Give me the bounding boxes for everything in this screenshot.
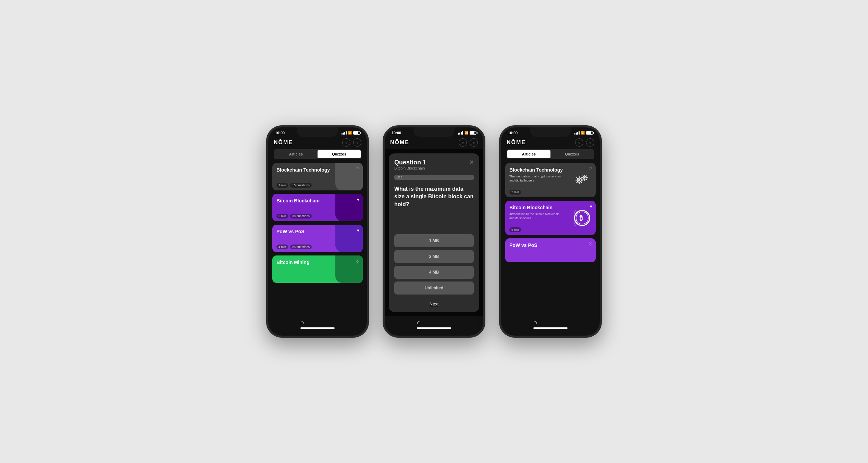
quiz-card-blockchain[interactable]: Blockchain Technology 2 min 15 questions…	[272, 163, 363, 190]
svg-point-1	[578, 179, 580, 181]
quiz-title-bitcoin: Bitcoin Blockchain	[276, 198, 331, 204]
article-time-bitcoin: 5 min	[509, 227, 521, 232]
phone-middle: 10:00 📶 NŌME	[383, 125, 485, 338]
meta-time-3: 4 min	[276, 245, 288, 249]
article-title-bitcoin: Bitcoin Blockchain	[509, 205, 564, 211]
meta-time-2: 5 min	[276, 214, 288, 218]
status-bar-left: 10:00 📶	[268, 127, 367, 136]
svg-text:₿: ₿	[580, 215, 583, 222]
modal-question-number: Question 1	[394, 159, 426, 166]
svg-point-3	[584, 177, 586, 179]
time-left: 10:00	[275, 131, 285, 135]
tab-quizzes-right[interactable]: Quizzes	[550, 150, 594, 158]
status-bar-right: 10:00 📶	[501, 127, 600, 136]
quiz-card-pow[interactable]: PoW vs PoS 4 min 25 questions ♥	[272, 225, 363, 252]
answer-1mb[interactable]: 1 MB	[394, 234, 474, 247]
wifi-icon-mid: 📶	[464, 131, 468, 135]
quiz-modal: Question 1 Bitcoin Blockchain ✕ 1/15 Wha…	[389, 153, 479, 312]
answer-options: 1 MB 2 MB 4 MB Unlimited	[394, 234, 474, 295]
app-logo-mid: NŌME	[390, 139, 409, 146]
article-time-blockchain: 2 min	[509, 190, 521, 195]
wifi-icon: 📶	[348, 131, 352, 135]
status-bar-mid: 10:00 📶	[385, 127, 483, 136]
quiz-meta-bitcoin: 5 min 30 questions	[276, 214, 331, 218]
app-header-mid: NŌME ○ ○	[385, 136, 483, 149]
tab-articles-right[interactable]: Articles	[507, 150, 550, 158]
modal-close-button[interactable]: ✕	[469, 159, 474, 165]
quiz-title-mining: Bitcoin Mining	[276, 260, 331, 265]
heart-blockchain[interactable]: ♡	[356, 166, 359, 171]
home-indicator-left	[300, 327, 335, 329]
modal-subtitle: Bitcoin Blockchain	[394, 166, 426, 170]
phone-left: 10:00 📶 NŌME	[266, 125, 369, 338]
quiz-title-pow: PoW vs PoS	[276, 229, 331, 235]
next-button[interactable]: Next	[394, 301, 474, 306]
signal-icon-mid	[458, 131, 463, 135]
tab-switcher-right: Articles Quizzes	[507, 149, 594, 159]
app-header-left: NŌME ○ ○	[268, 136, 367, 149]
settings-icon-btn[interactable]: ○	[353, 138, 361, 147]
heart-article-pow[interactable]: ♡	[588, 242, 592, 247]
bottom-nav-left: ⌂	[268, 316, 367, 336]
phones-container: 10:00 📶 NŌME	[266, 125, 602, 338]
meta-questions-3: 25 questions	[290, 245, 312, 249]
signal-icon	[342, 131, 347, 135]
article-title-pow: PoW vs PoS	[509, 242, 592, 248]
settings-icon-right[interactable]: ○	[586, 138, 594, 147]
heart-mining[interactable]: ♡	[356, 259, 359, 264]
article-title-blockchain: Blockchain Technology	[509, 167, 564, 173]
search-icon-btn[interactable]: ○	[342, 138, 350, 147]
meta-questions-2: 30 questions	[290, 214, 312, 218]
answer-2mb[interactable]: 2 MB	[394, 250, 474, 263]
answer-unlimited[interactable]: Unlimited	[394, 281, 474, 295]
home-indicator-mid	[417, 327, 451, 329]
app-logo-left: NŌME	[274, 139, 293, 146]
signal-icon-right	[574, 131, 580, 135]
quiz-meta-pow: 4 min 25 questions	[276, 245, 331, 249]
bottom-nav-mid: ⌂	[385, 316, 483, 336]
quiz-card-bitcoin[interactable]: Bitcoin Blockchain 5 min 30 questions ♥	[272, 194, 363, 221]
phone-right: 10:00 📶 NŌME	[499, 125, 602, 338]
bottom-nav-right: ⌂	[501, 316, 600, 336]
battery-icon	[353, 131, 360, 135]
battery-icon-mid	[470, 131, 476, 135]
wifi-icon-right: 📶	[581, 131, 585, 135]
battery-icon-right	[586, 131, 593, 135]
time-mid: 10:00	[392, 131, 401, 135]
home-icon-right[interactable]: ⌂	[533, 319, 568, 326]
quiz-meta-blockchain: 2 min 15 questions	[276, 183, 331, 188]
quiz-list-left: Blockchain Technology 2 min 15 questions…	[268, 163, 367, 316]
modal-question-text: What is the maximum data size a single B…	[394, 185, 474, 227]
time-right: 10:00	[508, 131, 518, 135]
article-card-bitcoin[interactable]: Bitcoin Blockchain Introduction to the B…	[505, 201, 596, 235]
article-desc-blockchain: The foundation of all cryptocurrencies a…	[509, 174, 564, 183]
article-card-blockchain[interactable]: Blockchain Technology The foundation of …	[505, 163, 596, 197]
tab-quizzes-left[interactable]: Quizzes	[318, 150, 361, 158]
tab-articles-left[interactable]: Articles	[274, 150, 318, 158]
home-indicator-right	[533, 327, 568, 329]
answer-4mb[interactable]: 4 MB	[394, 266, 474, 279]
article-list-right: Blockchain Technology The foundation of …	[501, 163, 600, 316]
modal-overlay: Question 1 Bitcoin Blockchain ✕ 1/15 Wha…	[385, 149, 483, 316]
app-header-right: NŌME ○ ○	[501, 136, 600, 149]
quiz-title-blockchain: Blockchain Technology	[276, 167, 331, 173]
home-icon-mid[interactable]: ⌂	[417, 319, 451, 326]
article-card-pow[interactable]: PoW vs PoS ♡	[505, 238, 596, 262]
heart-bitcoin[interactable]: ♥	[357, 197, 359, 202]
meta-questions-1: 15 questions	[290, 183, 312, 188]
tab-switcher-left: Articles Quizzes	[274, 149, 361, 159]
quiz-card-mining[interactable]: Bitcoin Mining ♡	[272, 255, 363, 283]
heart-article-blockchain[interactable]: ♡	[588, 166, 592, 171]
search-icon-mid[interactable]: ○	[459, 138, 467, 147]
meta-time-1: 2 min	[276, 183, 288, 188]
settings-icon-mid[interactable]: ○	[470, 138, 478, 147]
app-logo-right: NŌME	[507, 139, 526, 146]
search-icon-right[interactable]: ○	[575, 138, 583, 147]
heart-article-bitcoin[interactable]: ♥	[590, 204, 592, 209]
home-icon-left[interactable]: ⌂	[300, 319, 335, 326]
heart-pow[interactable]: ♥	[357, 228, 359, 233]
modal-progress: 1/15	[394, 175, 474, 180]
article-desc-bitcoin: Introduction to the Bitcoin blockchain a…	[509, 212, 564, 221]
modal-header: Question 1 Bitcoin Blockchain ✕	[394, 159, 474, 173]
